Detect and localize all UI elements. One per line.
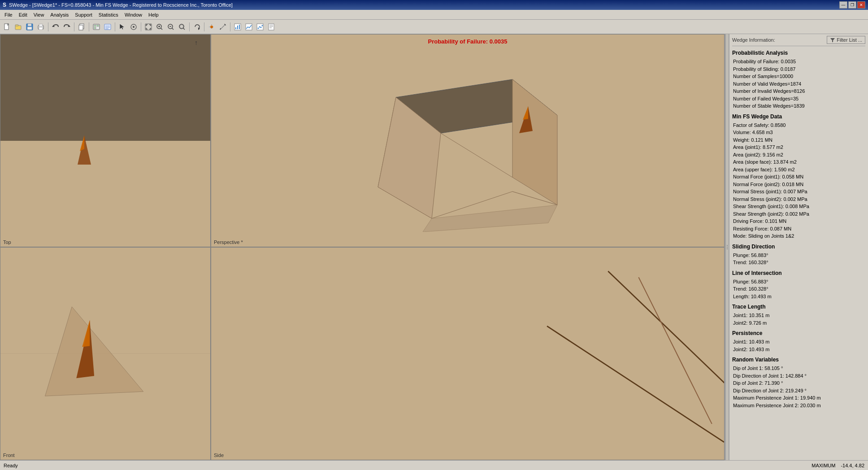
toolbar-separator-6 bbox=[189, 22, 190, 31]
chart-button[interactable] bbox=[232, 22, 243, 32]
trace-j2: Joint2: 9.726 m bbox=[732, 319, 865, 327]
menu-window[interactable]: Window bbox=[122, 11, 145, 18]
side-view-shape bbox=[211, 248, 724, 460]
svg-rect-15 bbox=[97, 25, 99, 26]
title-bar-controls: — ❐ ✕ bbox=[839, 1, 865, 9]
zoom-out-button[interactable] bbox=[165, 22, 176, 32]
undo-button[interactable] bbox=[50, 22, 61, 32]
svg-rect-45 bbox=[239, 25, 240, 29]
viewport-perspective[interactable]: Probability of Failure: 0.0035 Perspecti… bbox=[211, 34, 725, 247]
copy-button[interactable] bbox=[76, 22, 87, 32]
scatter-button[interactable] bbox=[255, 22, 265, 32]
svg-marker-21 bbox=[120, 24, 125, 30]
svg-point-50 bbox=[260, 26, 262, 28]
num-failed-wedges: Number of Failed Wedges=35 bbox=[732, 95, 865, 103]
menu-help[interactable]: Help bbox=[146, 11, 161, 18]
toolbar-separator-7 bbox=[204, 22, 204, 31]
num-stable-wedges: Number of Stable Wedges=1839 bbox=[732, 102, 865, 110]
svg-rect-70 bbox=[211, 265, 724, 442]
svg-point-23 bbox=[133, 26, 135, 28]
svg-rect-46 bbox=[246, 24, 252, 30]
redo-button[interactable] bbox=[61, 22, 72, 32]
select-button[interactable] bbox=[117, 22, 128, 32]
zoom-window-button[interactable] bbox=[177, 22, 187, 32]
trace-j1: Joint1: 10.351 m bbox=[732, 312, 865, 319]
print-button[interactable] bbox=[35, 22, 46, 32]
open-button[interactable] bbox=[13, 22, 24, 32]
num-samples: Number of Samples=10000 bbox=[732, 73, 865, 80]
new-button[interactable] bbox=[2, 22, 13, 32]
section-persistence: Persistence bbox=[732, 330, 865, 336]
menu-analysis[interactable]: Analysis bbox=[48, 11, 71, 18]
area-joint2: Area (joint2): 9.156 m2 bbox=[732, 151, 865, 159]
ready-status: Ready bbox=[4, 463, 18, 468]
title-bar: S SWedge - [SWedge1* - FS=0.858043 - Min… bbox=[0, 0, 868, 10]
svg-rect-34 bbox=[180, 25, 183, 28]
persistence-j1: Joint1: 10.493 m bbox=[732, 338, 865, 346]
line-chart-button[interactable] bbox=[243, 22, 254, 32]
svg-line-30 bbox=[172, 28, 174, 30]
zoom-in-button[interactable] bbox=[154, 22, 165, 32]
cursor-arrow: ↑ bbox=[195, 39, 198, 46]
svg-point-38 bbox=[210, 26, 213, 28]
viewport-top[interactable]: Top ↑ bbox=[0, 34, 211, 247]
num-valid-wedges: Number of Valid Wedges=1874 bbox=[732, 80, 865, 88]
svg-point-75 bbox=[727, 247, 728, 248]
svg-point-74 bbox=[727, 245, 728, 246]
status-bar: Ready MAXIMUM -14.4, 4.82 bbox=[0, 460, 868, 470]
svg-rect-7 bbox=[39, 24, 43, 26]
close-button[interactable]: ✕ bbox=[857, 1, 865, 9]
rv-dip-j1: Dip of Joint 1: 58.105 ° bbox=[732, 365, 865, 372]
rv-dip-j2: Dip of Joint 2: 71.390 ° bbox=[732, 379, 865, 387]
svg-rect-4 bbox=[28, 24, 31, 26]
mode-label: MAXIMUM bbox=[812, 463, 835, 468]
fit-all-button[interactable] bbox=[143, 22, 154, 32]
save-button[interactable] bbox=[24, 22, 35, 32]
wedge-3d-shape bbox=[342, 61, 593, 232]
section-probabilistic: Probabilistic Analysis bbox=[732, 50, 865, 56]
menu-edit[interactable]: Edit bbox=[16, 11, 30, 18]
shear-strength-j1: Shear Strength (joint1): 0.008 MPa bbox=[732, 203, 865, 210]
viewport-front[interactable]: Front bbox=[0, 247, 211, 460]
area-slope-face: Area (slope face): 13.874 m2 bbox=[732, 158, 865, 166]
menu-view[interactable]: View bbox=[31, 11, 47, 18]
svg-rect-2 bbox=[15, 25, 18, 26]
menu-statistics[interactable]: Statistics bbox=[96, 11, 121, 18]
report-button[interactable] bbox=[266, 22, 277, 32]
filter-list-button[interactable]: Filter List ... bbox=[827, 36, 865, 44]
front-view-label: Front bbox=[3, 453, 15, 458]
area-upper-face: Area (upper face): 1.590 m2 bbox=[732, 166, 865, 174]
rv-dip-dir-j2: Dip Direction of Joint 2: 219.249 ° bbox=[732, 387, 865, 395]
front-view-shape bbox=[0, 248, 210, 460]
viewport-side[interactable]: Side bbox=[211, 247, 725, 460]
section-random-vars: Random Variables bbox=[732, 357, 865, 363]
input-data-button[interactable] bbox=[102, 22, 113, 32]
svg-point-49 bbox=[259, 26, 260, 27]
svg-rect-8 bbox=[39, 27, 43, 30]
project-settings-button[interactable] bbox=[91, 22, 102, 32]
add-point-button[interactable] bbox=[206, 22, 217, 32]
normal-stress-j2: Normal Stress (joint2): 0.002 MPa bbox=[732, 196, 865, 203]
shear-strength-j2: Shear Strength (joint2): 0.002 MPa bbox=[732, 210, 865, 218]
svg-rect-16 bbox=[94, 27, 96, 29]
rotate-button[interactable] bbox=[191, 22, 202, 32]
svg-point-48 bbox=[258, 27, 259, 29]
rv-max-pers-j1-label: Maximum Persistence Joint 1: 19.940 m bbox=[732, 394, 865, 402]
svg-point-51 bbox=[262, 25, 263, 26]
svg-line-41 bbox=[220, 28, 221, 30]
prob-failure: Probability of Failure: 0.0035 bbox=[732, 58, 865, 65]
svg-line-26 bbox=[161, 28, 163, 30]
driving-force: Driving Force: 0.101 MN bbox=[732, 218, 865, 225]
menu-support[interactable]: Support bbox=[72, 11, 95, 18]
mode: Mode: Sliding on Joints 1&2 bbox=[732, 232, 865, 240]
minimize-button[interactable]: — bbox=[839, 1, 847, 9]
probability-of-failure-label: Probability of Failure: 0.0035 bbox=[428, 38, 508, 45]
vertex-select-button[interactable] bbox=[128, 22, 139, 32]
restore-button[interactable]: ❐ bbox=[848, 1, 856, 9]
menu-file[interactable]: File bbox=[2, 11, 15, 18]
edit-point-button[interactable] bbox=[217, 22, 228, 32]
top-view-wedge bbox=[71, 133, 98, 169]
panel-collapse-handle[interactable] bbox=[725, 34, 729, 460]
filter-btn-label: Filter List ... bbox=[837, 37, 862, 43]
resisting-force: Resisting Force: 0.087 MN bbox=[732, 225, 865, 233]
